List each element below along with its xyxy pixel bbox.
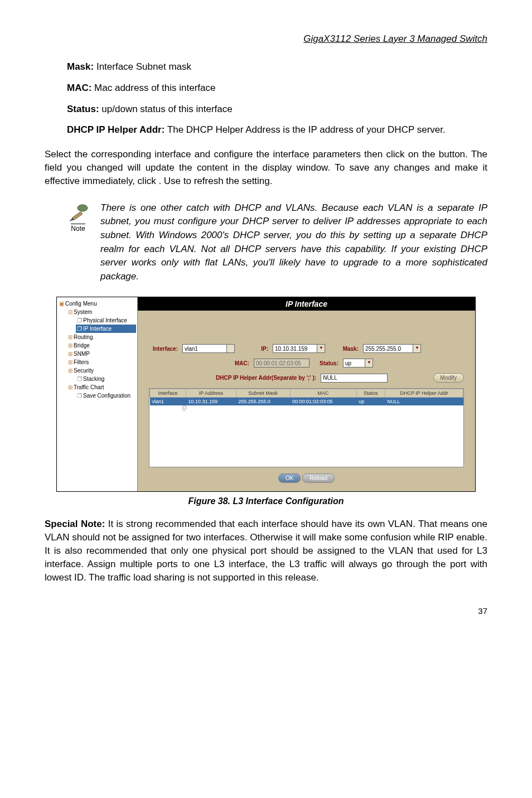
th-ip[interactable]: IP Address (186, 389, 236, 398)
tree-routing[interactable]: ⊞Routing (67, 333, 136, 341)
paragraph-select-interface: Select the corresponding interface and c… (45, 148, 487, 187)
input-mask[interactable] (363, 344, 413, 353)
input-interface[interactable] (182, 344, 227, 353)
note-icon: Note (56, 201, 100, 233)
ok-button[interactable]: OK (278, 473, 301, 483)
input-ip[interactable] (273, 344, 317, 353)
label-mask: Mask: (330, 346, 359, 352)
modify-button[interactable]: Modify (433, 373, 464, 383)
tree-system[interactable]: ⊟System (67, 308, 136, 316)
label-interface: Interface: (149, 346, 178, 352)
label-status: Status: (314, 360, 338, 366)
tree-traffic-chart[interactable]: ⊞Traffic Chart (67, 383, 136, 391)
interface-dropdown-icon[interactable] (227, 344, 235, 353)
th-dhcp[interactable]: DHCP IP Helper Addr (385, 389, 463, 398)
def-mask: Mask: Interface Subnet mask (67, 60, 487, 74)
def-mac: MAC: Mac address of this interface (67, 81, 487, 95)
tree-security[interactable]: ⊞Security (67, 366, 136, 375)
input-mac (254, 359, 309, 367)
panel-title: IP Interface (138, 297, 475, 311)
input-status[interactable] (343, 359, 365, 367)
th-interface[interactable]: Interface (150, 389, 186, 398)
tree-save-config[interactable]: ❐Save Configuration (76, 391, 136, 400)
special-note: Special Note: It is strong recommended t… (45, 518, 487, 584)
th-mac[interactable]: MAC (290, 389, 356, 398)
tree-stacking[interactable]: ❐Stacking (76, 375, 136, 383)
label-dhcp-helper: DHCP IP Helper Addr(Separate by ';' ): (216, 375, 316, 381)
ip-dropdown-icon[interactable]: ▾ (317, 344, 325, 353)
tree-snmp[interactable]: ⊞SNMP (67, 350, 136, 358)
def-dhcp: DHCP IP Helper Addr: The DHCP Helper Add… (67, 123, 487, 137)
figure-caption: Figure 38. L3 Interface Configuration (45, 496, 487, 506)
note-block: Note There is one other catch with DHCP … (45, 201, 487, 284)
th-status[interactable]: Status (356, 389, 385, 398)
label-ip: IP: (239, 346, 268, 352)
tree-bridge[interactable]: ⊞Bridge (67, 341, 136, 350)
figure-screenshot: ▣Config Menu ⊟System ❐Physical Interface… (56, 297, 476, 492)
tree-physical-interface[interactable]: ❐Physical Interface (76, 316, 136, 325)
th-mask[interactable]: Subnet Mask (236, 389, 290, 398)
config-tree[interactable]: ▣Config Menu ⊟System ❐Physical Interface… (57, 297, 138, 491)
interface-table: Interface IP Address Subnet Mask MAC Sta… (149, 388, 464, 467)
mask-dropdown-icon[interactable]: ▾ (413, 344, 421, 353)
input-dhcp-helper[interactable] (321, 374, 388, 383)
status-dropdown-icon[interactable]: ▾ (365, 359, 373, 367)
tree-ip-interface[interactable]: ❐IP Interface (76, 325, 136, 333)
svg-rect-1 (72, 211, 83, 220)
reload-button[interactable]: Reload (302, 473, 335, 483)
label-mac: MAC: (233, 360, 249, 366)
table-row[interactable]: vlan1 10.10.31.159 255.255.255.0 00:00:0… (150, 398, 464, 406)
svg-point-0 (78, 205, 88, 211)
page-number: 37 (45, 606, 487, 616)
tree-filters[interactable]: ⊞Filters (67, 358, 136, 366)
page-header-title: GigaX3112 Series Layer 3 Managed Switch (45, 33, 487, 45)
def-status: Status: up/down status of this interface (67, 103, 487, 116)
note-text: There is one other catch with DHCP and V… (100, 201, 487, 284)
tree-root[interactable]: ▣Config Menu (58, 299, 136, 308)
